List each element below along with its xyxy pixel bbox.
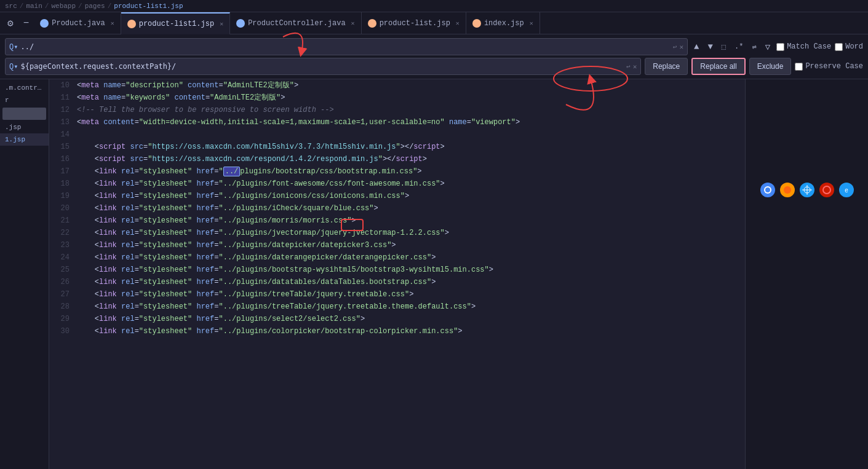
code-line-21: 21 <link rel="stylesheet" href="../plugi… [49, 215, 745, 227]
clear-find-icon[interactable]: ✕ [679, 43, 683, 51]
svg-text:e: e [844, 187, 848, 194]
preserve-case-checkbox[interactable] [795, 63, 803, 71]
sidebar-item-jsp[interactable]: .jsp [0, 121, 49, 133]
breadcrumb-webapp: webapp [51, 2, 76, 10]
editor-container: .m.controlle r .jsp 1.jsp 10 <meta name=… [0, 79, 868, 469]
find-input-wrap[interactable]: Q▾ ↩ ✕ [5, 38, 688, 55]
find-row: Q▾ ↩ ✕ ▲ ▼ ⬚ .* ⇌ ▽ Match Case Word [5, 38, 863, 55]
tab-product-list1-jsp[interactable]: product-list1.jsp ✕ [121, 12, 230, 34]
tab-close-index[interactable]: ✕ [530, 20, 533, 27]
tab-product-list-jsp[interactable]: product-list.jsp ✕ [362, 12, 466, 34]
tab-label-product-list1: product-list1.jsp [139, 20, 214, 28]
find-input[interactable] [20, 42, 670, 51]
breadcrumb-file: product-list1.jsp [114, 2, 183, 10]
search-icon: Q▾ [9, 42, 18, 52]
java-icon-2 [236, 19, 245, 28]
regex-replace-icon[interactable]: ↩ [626, 63, 631, 71]
search-area: Q▾ ↩ ✕ ▲ ▼ ⬚ .* ⇌ ▽ Match Case Word Q▾ ↩… [0, 34, 868, 79]
svg-point-9 [819, 183, 834, 197]
tab-label-productcontroller: ProductController.java [248, 19, 345, 28]
code-line-12: 12 <!-- Tell the browser to be responsiv… [49, 104, 745, 116]
code-line-28: 28 <link rel="stylesheet" href="../plugi… [49, 301, 745, 313]
word-option[interactable]: Word [835, 42, 863, 51]
code-line-13: 13 <meta content="width=device-width,ini… [49, 116, 745, 128]
code-line-27: 27 <link rel="stylesheet" href="../plugi… [49, 288, 745, 301]
code-line-29: 29 <link rel="stylesheet" href="../plugi… [49, 313, 745, 325]
sidebar-item-1-jsp[interactable]: 1.jsp [0, 133, 49, 146]
tab-bar: ⚙ − Product.java ✕ product-list1.jsp ✕ P… [0, 12, 868, 34]
replace-input-wrap[interactable]: Q▾ ↩ ✕ [5, 58, 641, 75]
svg-point-4 [784, 186, 791, 194]
browser-icons: e [760, 183, 854, 197]
code-line-10: 10 <meta name="description" content="Adm… [49, 79, 745, 92]
jsp-icon-2 [368, 19, 376, 28]
code-area[interactable]: 10 <meta name="description" content="Adm… [49, 79, 745, 469]
code-line-17: 17 <link rel="stylesheet" href="../plugi… [49, 165, 745, 178]
regex-icon[interactable]: ↩ [673, 43, 677, 51]
jsp-icon [127, 20, 136, 28]
code-line-23: 23 <link rel="stylesheet" href="../plugi… [49, 239, 745, 251]
code-line-11: 11 <meta name="keywords" content="AdminL… [49, 92, 745, 104]
browser-icon: e [839, 183, 854, 197]
replace-row: Q▾ ↩ ✕ Replace Replace all Exclude Prese… [5, 58, 863, 75]
tab-close-product-list[interactable]: ✕ [456, 20, 460, 27]
tab-label-product-list: product-list.jsp [380, 19, 450, 28]
safari-icon [800, 183, 814, 197]
breadcrumb-src: src [5, 2, 17, 10]
jsp-icon-3 [472, 19, 481, 28]
regex-toggle-icon[interactable]: .* [732, 41, 746, 52]
settings-icon[interactable]: ⚙ [2, 17, 18, 30]
firefox-icon [780, 183, 795, 197]
down-arrow-icon[interactable]: ▼ [705, 41, 715, 53]
code-line-26: 26 <link rel="stylesheet" href="../plugi… [49, 276, 745, 288]
tab-close-product-list1[interactable]: ✕ [220, 20, 223, 28]
tab-productcontroller[interactable]: ProductController.java ✕ [230, 12, 361, 34]
tab-close-productcontroller[interactable]: ✕ [351, 20, 355, 27]
match-case-checkbox[interactable] [776, 43, 784, 51]
breadcrumb: src / main / webapp / pages / product-li… [0, 0, 868, 12]
java-icon [40, 19, 49, 28]
replace-button[interactable]: Replace [645, 58, 688, 75]
tab-index-jsp[interactable]: index.jsp ✕ [466, 12, 540, 34]
up-arrow-icon[interactable]: ▲ [691, 41, 701, 53]
code-line-22: 22 <link rel="stylesheet" href="../plugi… [49, 227, 745, 239]
replace-search-icon: Q▾ [9, 62, 18, 71]
replace-all-button[interactable]: Replace all [691, 58, 745, 75]
match-word-icon[interactable]: ⬚ [719, 41, 728, 53]
right-panel: e [745, 79, 868, 469]
breadcrumb-pages: pages [85, 2, 105, 10]
code-line-16: 16 <script src="https://oss.maxcdn.com/r… [49, 153, 745, 165]
replace-input[interactable] [20, 62, 624, 71]
tab-product-java[interactable]: Product.java ✕ [34, 12, 121, 34]
match-case-option[interactable]: Match Case [776, 42, 831, 51]
code-line-18: 18 <link rel="stylesheet" href="../plugi… [49, 178, 745, 190]
sidebar: .m.controlle r .jsp 1.jsp [0, 79, 49, 469]
breadcrumb-main: main [26, 2, 42, 10]
opera-icon [819, 183, 834, 197]
code-line-19: 19 <link rel="stylesheet" href="../plugi… [49, 190, 745, 202]
tab-label-index: index.jsp [484, 19, 524, 28]
code-line-20: 20 <link rel="stylesheet" href="../plugi… [49, 202, 745, 215]
preserve-case-option[interactable]: Preserve Case [795, 62, 863, 71]
code-line-25: 25 <link rel="stylesheet" href="../plugi… [49, 264, 745, 276]
exclude-button[interactable]: Exclude [749, 58, 792, 75]
sidebar-item-m-controller[interactable]: .m.controlle [0, 82, 49, 94]
sidebar-item-controller[interactable]: r [0, 94, 49, 106]
code-line-15: 15 <script src="https://oss.maxcdn.com/h… [49, 141, 745, 153]
tab-label-product-java: Product.java [52, 19, 105, 28]
filter-icon[interactable]: ▽ [763, 41, 773, 53]
chrome-icon [760, 183, 775, 197]
code-line-24: 24 <link rel="stylesheet" href="../plugi… [49, 251, 745, 264]
preserve-toggle-icon[interactable]: ⇌ [750, 41, 759, 53]
tab-close-product-java[interactable]: ✕ [111, 20, 114, 27]
minimize-icon[interactable]: − [18, 18, 34, 29]
sidebar-separator [2, 108, 46, 120]
clear-replace-icon[interactable]: ✕ [633, 63, 637, 71]
svg-point-2 [765, 187, 770, 192]
code-line-30: 30 <link rel="stylesheet" href="../plugi… [49, 325, 745, 337]
code-line-14: 14 [49, 128, 745, 141]
word-checkbox[interactable] [835, 43, 843, 51]
